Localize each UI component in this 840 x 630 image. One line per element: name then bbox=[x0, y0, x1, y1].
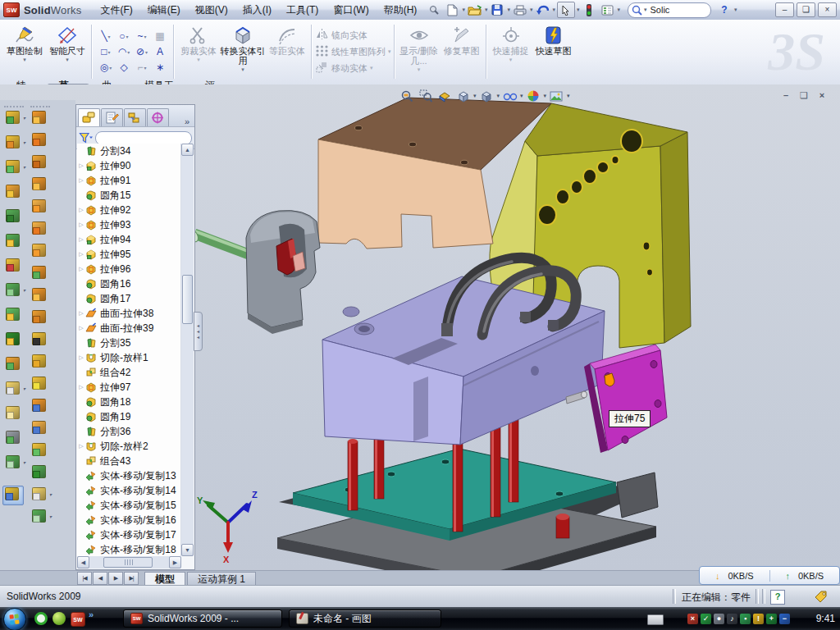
tree-item-圆角18[interactable]: 圆角18 bbox=[77, 395, 180, 409]
chamfer-button[interactable] bbox=[4, 233, 21, 248]
ribbon-button-显示/删除几...[interactable]: 显示/删除几...▾ bbox=[398, 21, 441, 82]
quicklaunch-chevron[interactable]: » bbox=[89, 609, 94, 619]
ribbon-button-线性草图阵列[interactable]: 线性草图阵列▾ bbox=[315, 43, 391, 60]
sketch-entity-icon[interactable]: A bbox=[151, 44, 169, 60]
save-icon[interactable] bbox=[489, 2, 505, 17]
tree-item-切除-放样1[interactable]: ▷切除-放样1 bbox=[77, 350, 180, 365]
move-copy-body-button[interactable] bbox=[4, 356, 21, 371]
warning-icon[interactable]: ! bbox=[753, 614, 764, 624]
tree-item-圆角17[interactable]: 圆角17 bbox=[77, 291, 180, 306]
tree-item-曲面-拉伸38[interactable]: ▷曲面-拉伸38 bbox=[77, 306, 180, 321]
dimxpertmanager-tab[interactable] bbox=[147, 108, 169, 126]
tree-item-实体-移动/复制15[interactable]: 实体-移动/复制15 bbox=[77, 498, 180, 513]
reference-geometry-button[interactable]: ▾ bbox=[30, 486, 47, 501]
menu-文件F[interactable]: 文件(F) bbox=[93, 1, 139, 20]
tree-item-拉伸93[interactable]: ▷拉伸93 bbox=[77, 217, 180, 232]
menu-插入I[interactable]: 插入(I) bbox=[235, 1, 279, 20]
expand-arrow-icon[interactable]: ▷ bbox=[77, 384, 85, 390]
tree-item-分割35[interactable]: 分割35 bbox=[77, 336, 180, 350]
reference-geometry-button[interactable]: ▾ bbox=[4, 381, 21, 395]
tag-icon[interactable] bbox=[814, 590, 829, 603]
help-icon[interactable]: ? bbox=[716, 2, 733, 17]
expand-arrow-icon[interactable]: ▷ bbox=[77, 354, 85, 361]
menu-视图V[interactable]: 视图(V) bbox=[188, 1, 235, 20]
extruded-surface-button[interactable] bbox=[30, 154, 47, 169]
ruled-surface-button[interactable] bbox=[30, 309, 47, 324]
search-box[interactable]: ▾ bbox=[628, 2, 711, 18]
expand-arrow-icon[interactable]: ▷ bbox=[77, 443, 85, 450]
volume-icon[interactable]: ♪ bbox=[727, 614, 737, 624]
select-arrow-icon[interactable] bbox=[557, 2, 575, 18]
search-input[interactable] bbox=[649, 4, 696, 16]
tree-item-拉伸94[interactable]: ▷拉伸94 bbox=[77, 232, 180, 247]
tree-item-拉伸95[interactable]: ▷拉伸95 bbox=[77, 247, 180, 262]
linear-pattern-button[interactable]: ▾ bbox=[4, 282, 21, 297]
dropdown-arrow-icon[interactable]: ▾ bbox=[497, 93, 500, 99]
doc-minimize-button[interactable]: – bbox=[777, 90, 795, 101]
dropdown-arrow-icon[interactable]: ▾ bbox=[23, 57, 26, 63]
sync-icon[interactable]: ▪ bbox=[740, 614, 751, 624]
instant3d-button[interactable] bbox=[2, 486, 24, 505]
update-badge-icon[interactable]: ● bbox=[714, 614, 724, 624]
open-document-icon[interactable] bbox=[467, 2, 483, 17]
tree-item-实体-移动/复制13[interactable]: 实体-移动/复制13 bbox=[77, 468, 180, 483]
edit-appearance-icon[interactable] bbox=[525, 89, 542, 103]
ribbon-button-移动实体[interactable]: 移动实体▾ bbox=[315, 60, 391, 76]
options-icon[interactable] bbox=[599, 2, 615, 17]
pin-toolbar-icon[interactable] bbox=[426, 2, 442, 17]
dropdown-arrow-icon[interactable]: ▾ bbox=[241, 66, 244, 73]
study-nav-2[interactable]: ▶ bbox=[108, 572, 123, 585]
freeform-button[interactable] bbox=[30, 199, 47, 213]
trim-surface-button[interactable] bbox=[30, 376, 47, 390]
menu-帮助H[interactable]: 帮助(H) bbox=[377, 1, 425, 20]
tree-vertical-scrollbar[interactable]: ▲ ▼ bbox=[181, 144, 194, 556]
ribbon-button-剪裁实体[interactable]: 剪裁实体▾ bbox=[177, 21, 220, 82]
expand-arrow-icon[interactable]: ▷ bbox=[77, 177, 85, 184]
curve-button[interactable]: ▾ bbox=[30, 509, 47, 523]
study-nav-3[interactable]: ▶| bbox=[124, 572, 139, 585]
help-status-icon[interactable]: ? bbox=[770, 590, 785, 605]
close-button[interactable]: × bbox=[818, 2, 837, 17]
tree-item-实体-移动/复制17[interactable]: 实体-移动/复制17 bbox=[77, 527, 180, 542]
ribbon-button-镜向实体[interactable]: 镜向实体 bbox=[315, 27, 391, 43]
section-view-icon[interactable] bbox=[436, 89, 453, 103]
security-shield-icon[interactable]: ✓ bbox=[701, 614, 711, 624]
extruded-boss-button[interactable]: ▾ bbox=[4, 110, 21, 125]
sketch-entity-icon[interactable]: □▾ bbox=[97, 44, 115, 60]
tree-item-圆角16[interactable]: 圆角16 bbox=[77, 276, 180, 291]
quicklaunch-orb-icon[interactable] bbox=[52, 612, 66, 625]
delete-face-button[interactable] bbox=[30, 331, 47, 346]
study-nav-0[interactable]: |◀ bbox=[77, 572, 92, 585]
expand-arrow-icon[interactable]: ▷ bbox=[77, 251, 85, 258]
revolved-surface-button[interactable] bbox=[30, 132, 47, 147]
new-document-icon[interactable] bbox=[444, 2, 460, 17]
configurationmanager-tab[interactable] bbox=[124, 108, 146, 126]
tree-item-切除-放样2[interactable]: ▷切除-放样2 bbox=[77, 439, 180, 454]
lofted-boss-button[interactable] bbox=[4, 208, 21, 223]
dropdown-arrow-icon[interactable]: ▾ bbox=[509, 57, 513, 63]
tree-item-实体-移动/复制14[interactable]: 实体-移动/复制14 bbox=[77, 483, 180, 498]
tree-horizontal-scrollbar[interactable]: ◀ ▶ bbox=[77, 556, 181, 568]
expand-arrow-icon[interactable]: ▷ bbox=[77, 266, 85, 272]
clamp-part[interactable] bbox=[189, 211, 320, 334]
swept-surface-button[interactable] bbox=[30, 110, 47, 125]
dropdown-arrow-icon[interactable]: ▾ bbox=[544, 93, 547, 99]
expand-arrow-icon[interactable]: ▷ bbox=[77, 207, 85, 213]
dropdown-arrow-icon[interactable]: ▾ bbox=[418, 66, 421, 73]
graphics-area[interactable]: Y Z X ▾▾▾▾▾ – ❏ × 拉伸75 ▾▾▾▾▾▾▾▾ bbox=[0, 84, 840, 570]
sketch-entity-icon[interactable]: ▦ bbox=[151, 29, 169, 44]
sketch-entity-icon[interactable]: ◎▾ bbox=[97, 60, 115, 75]
zoom-area-icon[interactable] bbox=[417, 89, 434, 103]
sketch-entity-icon[interactable]: ○▾ bbox=[115, 29, 133, 44]
lofted-surface-button[interactable] bbox=[30, 265, 47, 280]
blocked-icon[interactable]: − bbox=[779, 614, 790, 624]
ribbon-button-等距实体[interactable]: 等距实体 bbox=[266, 21, 308, 82]
minimize-button[interactable]: – bbox=[775, 2, 794, 17]
tab-运动算例 1[interactable]: 运动算例 1 bbox=[187, 572, 256, 586]
start-button[interactable] bbox=[3, 608, 26, 630]
protect-plus-icon[interactable]: + bbox=[766, 614, 777, 624]
propertymanager-tab[interactable] bbox=[101, 108, 123, 126]
dropdown-arrow-icon[interactable]: ▾ bbox=[520, 93, 523, 99]
extend-surface-button[interactable] bbox=[30, 420, 47, 435]
swept-boss-button[interactable] bbox=[4, 184, 21, 199]
